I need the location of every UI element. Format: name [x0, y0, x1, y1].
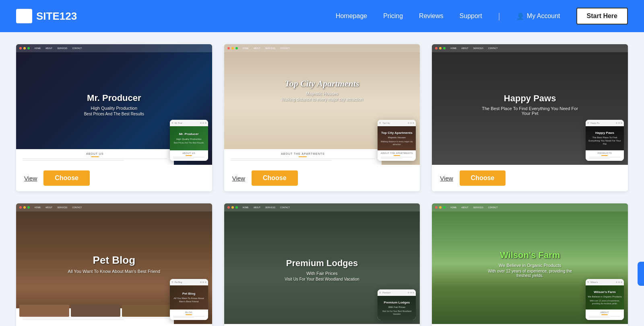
template-subtitle: All You Want To Know About Man's Best Fr…	[68, 269, 161, 274]
template-overlay-luxury-apartments: Top City Apartments Majestic Houses Walk…	[281, 78, 363, 102]
mobile-preview-pet-blog: ☰ Pet Blog Pet Blog All You Want To Know…	[170, 279, 208, 320]
mini-browser-bar: HOME ABOUT SERVICES CONTACT	[432, 203, 628, 211]
main-content: HOME ABOUT SERVICES CONTACT Mr. Producer…	[0, 32, 644, 326]
template-overlay-pet-blog: Pet Blog All You Want To Know About Man'…	[68, 254, 161, 274]
mobile-header-bar: ☰ Wilson's	[586, 279, 624, 285]
template-overlay-premium-lodges: Premium Lodges With Fair Prices Visit Us…	[285, 258, 359, 281]
mobile-preview-wilsons-farm: ☰ Wilson's Wilson's Farm We Believe in O…	[586, 279, 624, 320]
template-sub2: Walking distance to every major city att…	[281, 97, 363, 102]
choose-button-luxury-apartments[interactable]: Choose	[252, 170, 298, 186]
template-subtitle: With Fair Prices	[285, 271, 359, 276]
template-title: Top City Apartments	[281, 78, 363, 89]
view-button-luxury-apartments[interactable]: View	[232, 175, 245, 182]
templates-grid: HOME ABOUT SERVICES CONTACT Mr. Producer…	[16, 44, 628, 326]
mobile-header-bar: ☰ Premium	[378, 289, 416, 296]
template-sub2: Best Prices And The Best Results	[84, 112, 144, 116]
template-title: Wilson's Farm	[481, 250, 579, 260]
mini-browser-bar: HOME ABOUT SERVICES CONTACT	[16, 44, 212, 52]
template-subtitle: Majestic Houses	[281, 91, 363, 96]
mobile-header-bar: ☰ Pet Blog	[170, 279, 208, 285]
template-overlay-wilsons-farm: Wilson's Farm We Believe in Organic Prod…	[481, 250, 579, 278]
mini-browser-bar: HOME ABOUT SERVICES CONTACT	[16, 203, 212, 211]
template-title: Pet Blog	[68, 254, 161, 267]
svg-rect-0	[20, 12, 29, 14]
logo-icon	[16, 9, 32, 23]
logo[interactable]: SITE123	[16, 9, 77, 23]
nav-homepage[interactable]: Homepage	[336, 12, 367, 20]
choose-button-mr-producer[interactable]: Choose	[43, 170, 90, 186]
template-subtitle: We Believe in Organic Products	[481, 263, 579, 268]
nav-support[interactable]: Support	[460, 12, 482, 20]
view-button-mr-producer[interactable]: View	[24, 175, 37, 182]
mobile-preview-mr-producer: ☰ Mr. Prod Mr. Producer High Quality Pro…	[170, 120, 208, 161]
my-account-link[interactable]: 👤 My Account	[516, 12, 560, 20]
start-here-button[interactable]: Start Here	[576, 8, 628, 25]
view-button-happy-paws[interactable]: View	[440, 175, 453, 182]
mobile-preview-luxury-apartments: ☰ Top City Top City Apartments Majestic …	[378, 120, 416, 161]
template-card-pet-blog: HOME ABOUT SERVICES CONTACT Pet Blog All…	[16, 203, 212, 326]
template-sub2: With over 12 years of experience, provid…	[481, 269, 579, 278]
template-sub2: Visit Us For Your Best Woodland Vacation	[285, 277, 359, 281]
main-nav: Homepage Pricing Reviews Support | 👤 My …	[336, 8, 628, 25]
template-title: Mr. Producer	[84, 93, 144, 103]
choose-button-happy-paws[interactable]: Choose	[460, 170, 506, 186]
svg-rect-1	[20, 15, 29, 17]
template-card-luxury-apartments: HOME ABOUT SERVICES CONTACT Top City Apa…	[224, 44, 420, 191]
mobile-header-bar: ☰ Top City	[378, 120, 416, 126]
template-title: Premium Lodges	[285, 258, 359, 269]
template-card-premium-lodges: HOME ABOUT SERVICES CONTACT Premium Lodg…	[224, 203, 420, 326]
account-label: My Account	[527, 12, 560, 20]
template-subtitle: The Best Place To Find Everything You Ne…	[481, 106, 579, 116]
svg-rect-2	[20, 18, 29, 20]
nav-reviews[interactable]: Reviews	[419, 12, 443, 20]
header: SITE123 Homepage Pricing Reviews Support…	[0, 0, 644, 32]
scroll-indicator	[638, 262, 644, 286]
template-card-mr-producer: HOME ABOUT SERVICES CONTACT Mr. Producer…	[16, 44, 212, 191]
template-card-happy-paws: HOME ABOUT SERVICES CONTACT Happy Paws T…	[432, 44, 628, 191]
nav-divider: |	[498, 12, 500, 21]
mobile-preview-happy-paws: ☰ Happy Pa Happy Paws The Best Place To …	[586, 120, 624, 161]
template-subtitle: High Quality Production	[84, 106, 144, 111]
account-icon: 👤	[516, 12, 524, 20]
mini-browser-bar: HOME ABOUT SERVICES CONTACT	[432, 44, 628, 52]
template-card-wilsons-farm: HOME ABOUT SERVICES CONTACT Wilson's Far…	[432, 203, 628, 326]
mobile-header-bar: ☰ Mr. Prod	[170, 120, 208, 126]
mini-browser-bar: HOME ABOUT SERVICES CONTACT	[224, 203, 420, 211]
template-overlay-mr-producer: Mr. Producer High Quality Production Bes…	[84, 93, 144, 116]
mini-browser-bar: HOME ABOUT SERVICES CONTACT	[224, 44, 420, 52]
mobile-header-bar: ☰ Happy Pa	[586, 120, 624, 126]
nav-pricing[interactable]: Pricing	[383, 12, 403, 20]
mobile-preview-premium-lodges: ☰ Premium Premium Lodges With Fair Price…	[378, 289, 416, 320]
template-title: Happy Paws	[481, 93, 579, 104]
logo-text: SITE123	[36, 10, 77, 23]
template-overlay-happy-paws: Happy Paws The Best Place To Find Everyt…	[481, 93, 579, 116]
